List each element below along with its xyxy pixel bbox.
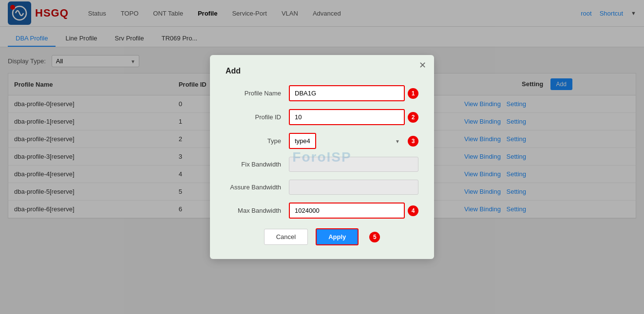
modal-close-button[interactable]: ✕	[419, 61, 426, 70]
max-bandwidth-input[interactable]	[289, 203, 405, 219]
label-type: Type	[226, 137, 289, 145]
assure-bandwidth-input	[289, 180, 418, 195]
type-select[interactable]: type1 type2 type3 type4 type5	[289, 133, 316, 149]
label-assure-bandwidth: Assure Bandwidth	[226, 184, 289, 191]
apply-button[interactable]: Apply	[316, 228, 359, 245]
modal-overlay: Add ✕ Profile Name 1 Profile ID 2 Type t…	[0, 0, 644, 314]
label-fix-bandwidth: Fix Bandwidth	[226, 161, 289, 168]
profile-name-input[interactable]	[289, 85, 405, 101]
modal-footer: Cancel Apply 5	[226, 228, 418, 245]
label-max-bandwidth: Max Bandwidth	[226, 207, 289, 214]
step-5-badge: 5	[369, 232, 380, 242]
form-row-type: Type type1 type2 type3 type4 type5 ▼ 3	[226, 133, 418, 149]
main-content: Display Type: All type1 type2 type3 type…	[0, 47, 644, 314]
form-row-fix-bandwidth: Fix Bandwidth	[226, 157, 418, 172]
type-select-container: type1 type2 type3 type4 type5 ▼	[289, 133, 405, 149]
form-row-profile-id: Profile ID 2	[226, 109, 418, 125]
label-profile-id: Profile ID	[226, 113, 289, 121]
form-row-assure-bandwidth: Assure Bandwidth	[226, 180, 418, 195]
step-3-badge: 3	[408, 136, 418, 147]
fix-bandwidth-input	[289, 157, 418, 172]
profile-id-input[interactable]	[289, 109, 405, 125]
modal-title: Add	[226, 67, 418, 75]
step-2-badge: 2	[408, 112, 418, 123]
form-row-max-bandwidth: Max Bandwidth 4	[226, 203, 418, 219]
cancel-button[interactable]: Cancel	[264, 229, 308, 245]
step-1-badge: 1	[408, 88, 418, 99]
step-4-badge: 4	[408, 205, 418, 216]
label-profile-name: Profile Name	[226, 90, 289, 97]
add-modal: Add ✕ Profile Name 1 Profile ID 2 Type t…	[210, 55, 434, 259]
form-row-profile-name: Profile Name 1	[226, 85, 418, 101]
chevron-down-icon: ▼	[395, 138, 400, 144]
